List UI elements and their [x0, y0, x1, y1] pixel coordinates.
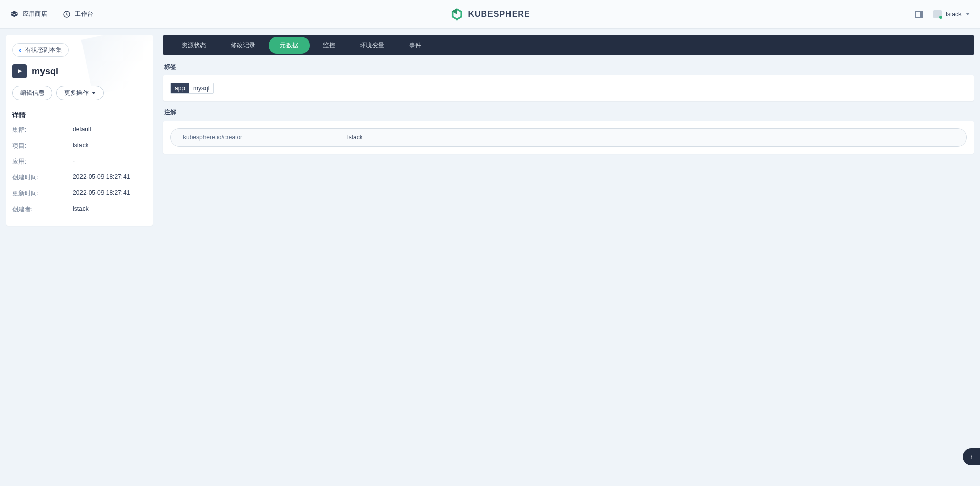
- brand[interactable]: KUBESPHERE: [450, 7, 530, 22]
- store-icon: [10, 10, 18, 18]
- details-label: 应用:: [12, 157, 73, 166]
- user-menu[interactable]: lstack: [933, 10, 970, 18]
- tag-value: mysql: [189, 83, 213, 93]
- annotations-heading: 注解: [164, 108, 973, 117]
- header-left: 应用商店 工作台: [10, 10, 93, 18]
- tab-监控[interactable]: 监控: [312, 37, 346, 54]
- main-content: 资源状态修改记录元数据监控环境变量事件 标签 appmysql 注解 kubes…: [163, 35, 974, 154]
- tabs-nav: 资源状态修改记录元数据监控环境变量事件: [163, 35, 974, 55]
- details-row: 创建者:lstack: [12, 201, 147, 217]
- caret-down-icon: [92, 92, 96, 94]
- more-actions-label: 更多操作: [64, 89, 89, 97]
- details-value: -: [73, 157, 75, 166]
- tab-事件[interactable]: 事件: [398, 37, 433, 54]
- tag-key: app: [171, 83, 189, 93]
- body: ‹ 有状态副本集 mysql 编辑信息 更多操作 详情 集群:default项目…: [0, 29, 980, 232]
- label-tag: appmysql: [170, 83, 214, 94]
- back-button[interactable]: ‹ 有状态副本集: [12, 43, 69, 57]
- logo-icon: [450, 7, 464, 22]
- annotations-panel: kubesphere.io/creatorlstack: [163, 121, 974, 154]
- details-list: 集群:default项目:lstack应用:-创建时间:2022-05-09 1…: [12, 122, 147, 217]
- workbench-label: 工作台: [75, 10, 93, 18]
- header-right: lstack: [915, 10, 970, 18]
- statefulset-icon: [12, 64, 27, 78]
- username-label: lstack: [946, 11, 962, 18]
- more-actions-button[interactable]: 更多操作: [56, 86, 104, 100]
- app-title-row: mysql: [12, 64, 147, 78]
- details-value: 2022-05-09 18:27:41: [73, 189, 130, 198]
- chevron-left-icon: ‹: [19, 47, 21, 54]
- annotation-row: kubesphere.io/creatorlstack: [170, 128, 967, 147]
- edit-info-button[interactable]: 编辑信息: [12, 86, 52, 100]
- chevron-down-icon: [966, 13, 970, 15]
- details-row: 应用:-: [12, 154, 147, 170]
- labels-panel: appmysql: [163, 75, 974, 101]
- workbench-icon: [63, 10, 71, 18]
- details-value: lstack: [73, 141, 89, 150]
- tab-修改记录[interactable]: 修改记录: [219, 37, 267, 54]
- details-label: 集群:: [12, 126, 73, 134]
- app-store-label: 应用商店: [23, 10, 47, 18]
- brand-text: KUBESPHERE: [468, 10, 530, 19]
- details-label: 更新时间:: [12, 189, 73, 198]
- app-title: mysql: [32, 66, 58, 77]
- annotation-value: lstack: [347, 134, 363, 141]
- edit-info-label: 编辑信息: [20, 89, 45, 97]
- details-row: 更新时间:2022-05-09 18:27:41: [12, 186, 147, 201]
- details-row: 创建时间:2022-05-09 18:27:41: [12, 170, 147, 186]
- workbench-link[interactable]: 工作台: [63, 10, 93, 18]
- detail-sidebar: ‹ 有状态副本集 mysql 编辑信息 更多操作 详情 集群:default项目…: [6, 35, 153, 226]
- details-row: 集群:default: [12, 122, 147, 138]
- tab-元数据[interactable]: 元数据: [269, 37, 310, 54]
- annotation-key: kubesphere.io/creator: [183, 134, 347, 141]
- details-value: default: [73, 126, 91, 134]
- top-header: 应用商店 工作台 KUBESPHERE lstack: [0, 0, 980, 29]
- docs-icon[interactable]: [915, 11, 923, 18]
- app-store-link[interactable]: 应用商店: [10, 10, 47, 18]
- tab-资源状态[interactable]: 资源状态: [170, 37, 217, 54]
- back-label: 有状态副本集: [25, 46, 62, 54]
- details-label: 项目:: [12, 141, 73, 150]
- tab-环境变量[interactable]: 环境变量: [349, 37, 396, 54]
- details-label: 创建者:: [12, 205, 73, 214]
- details-value: 2022-05-09 18:27:41: [73, 173, 130, 182]
- details-heading: 详情: [12, 111, 147, 120]
- details-value: lstack: [73, 205, 89, 214]
- details-label: 创建时间:: [12, 173, 73, 182]
- user-avatar-icon: [933, 10, 942, 18]
- action-buttons: 编辑信息 更多操作: [12, 86, 147, 100]
- details-row: 项目:lstack: [12, 138, 147, 154]
- labels-heading: 标签: [164, 63, 973, 71]
